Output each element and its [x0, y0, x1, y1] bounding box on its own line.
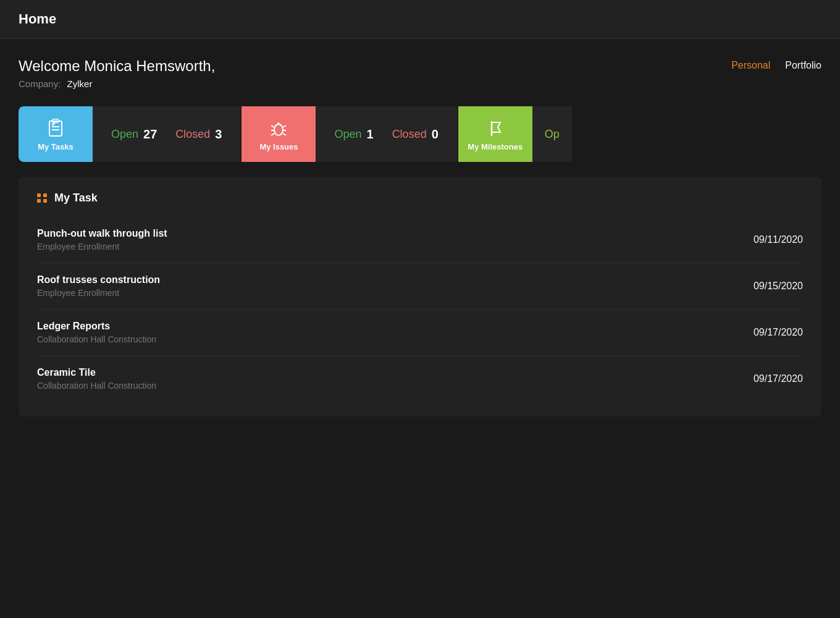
svg-point-4: [274, 124, 283, 135]
company-name: Zylker: [67, 78, 93, 89]
welcome-info: Welcome Monica Hemsworth, Company: Zylke…: [19, 57, 215, 89]
task-info: Roof trusses construction Employee Enrol…: [37, 274, 160, 298]
task-project: Employee Enrollment: [37, 288, 160, 298]
task-project: Employee Enrollment: [37, 242, 167, 252]
issues-stats: Open 1 Closed 0: [316, 106, 456, 162]
milestones-stats: Op: [532, 106, 572, 162]
task-info: Punch-out walk through list Employee Enr…: [37, 228, 167, 252]
issues-icon-block: My Issues: [242, 106, 316, 162]
company-row: Company: Zylker: [19, 78, 215, 89]
task-name: Ceramic Tile: [37, 367, 156, 378]
svg-line-9: [271, 133, 274, 135]
task-item[interactable]: Ledger Reports Collaboration Hall Constr…: [37, 310, 803, 356]
milestones-open-stat: Op: [545, 128, 560, 141]
task-date: 09/11/2020: [754, 234, 803, 245]
svg-line-10: [283, 133, 286, 135]
section-header: My Task: [37, 192, 803, 205]
task-item[interactable]: Punch-out walk through list Employee Enr…: [37, 217, 803, 263]
tasks-open-stat: Open 27: [111, 127, 157, 142]
welcome-row: Welcome Monica Hemsworth, Company: Zylke…: [19, 57, 821, 89]
task-info: Ceramic Tile Collaboration Hall Construc…: [37, 367, 156, 391]
milestones-open-label: Op: [545, 128, 560, 141]
task-date: 09/17/2020: [754, 373, 803, 384]
task-project: Collaboration Hall Construction: [37, 381, 156, 391]
tasks-widget-label: My Tasks: [38, 142, 74, 151]
tasks-open-label: Open: [111, 128, 138, 141]
view-toggle: Personal Portfolio: [731, 60, 821, 71]
issues-closed-value: 0: [432, 127, 439, 142]
issues-icon: [267, 117, 290, 140]
tasks-closed-value: 3: [215, 127, 222, 142]
company-label: Company:: [19, 78, 61, 89]
tasks-open-value: 27: [143, 127, 157, 142]
milestones-widget[interactable]: My Milestones Op: [458, 106, 572, 162]
svg-rect-0: [49, 121, 62, 136]
task-date: 09/17/2020: [754, 327, 803, 338]
issues-widget-label: My Issues: [259, 142, 298, 151]
personal-tab[interactable]: Personal: [731, 60, 770, 71]
tasks-stats: Open 27 Closed 3: [93, 106, 240, 162]
task-item[interactable]: Roof trusses construction Employee Enrol…: [37, 263, 803, 310]
section-title: My Task: [54, 192, 98, 205]
milestones-icon: [484, 117, 506, 140]
task-info: Ledger Reports Collaboration Hall Constr…: [37, 321, 156, 344]
page-title: Home: [19, 11, 56, 27]
task-name: Ledger Reports: [37, 321, 156, 332]
task-project: Collaboration Hall Construction: [37, 334, 156, 344]
task-name: Punch-out walk through list: [37, 228, 167, 239]
issues-closed-label: Closed: [392, 128, 427, 141]
main-content: Welcome Monica Hemsworth, Company: Zylke…: [0, 39, 840, 441]
tasks-closed-label: Closed: [175, 128, 210, 141]
issues-open-stat: Open 1: [334, 127, 373, 142]
svg-line-6: [283, 125, 286, 127]
tasks-closed-stat: Closed 3: [175, 127, 222, 142]
widget-row: My Tasks Open 27 Closed 3: [19, 106, 821, 162]
issues-open-label: Open: [334, 128, 361, 141]
milestones-widget-label: My Milestones: [468, 142, 523, 151]
task-section: My Task Punch-out walk through list Empl…: [19, 177, 821, 417]
tasks-icon: [44, 117, 67, 140]
issues-open-value: 1: [367, 127, 374, 142]
section-dots-icon: [37, 193, 47, 203]
top-header: Home: [0, 0, 840, 39]
task-date: 09/15/2020: [754, 281, 803, 292]
issues-widget[interactable]: My Issues Open 1 Closed 0: [242, 106, 456, 162]
task-name: Roof trusses construction: [37, 274, 160, 286]
svg-line-5: [271, 125, 274, 127]
issues-closed-stat: Closed 0: [392, 127, 439, 142]
task-list: Punch-out walk through list Employee Enr…: [37, 217, 803, 402]
task-item[interactable]: Ceramic Tile Collaboration Hall Construc…: [37, 356, 803, 402]
tasks-widget[interactable]: My Tasks Open 27 Closed 3: [19, 106, 240, 162]
tasks-icon-block: My Tasks: [19, 106, 93, 162]
portfolio-tab[interactable]: Portfolio: [785, 60, 821, 71]
milestones-icon-block: My Milestones: [458, 106, 532, 162]
welcome-text: Welcome Monica Hemsworth,: [19, 57, 215, 75]
